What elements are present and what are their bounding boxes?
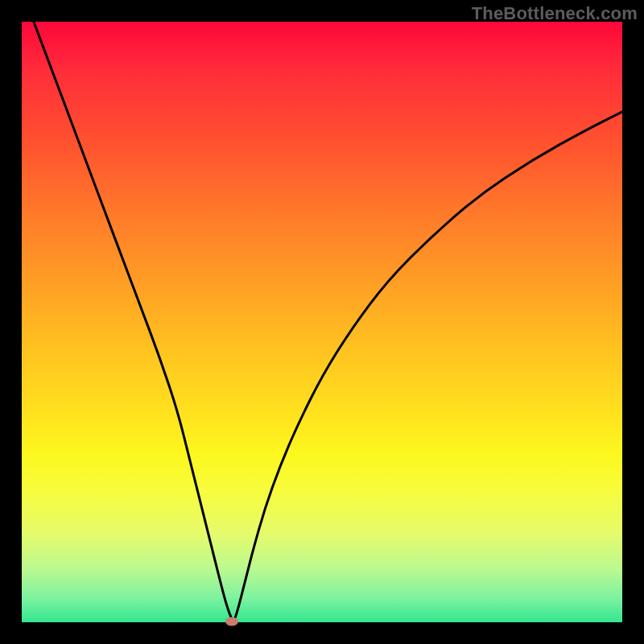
bottleneck-curve — [34, 22, 622, 621]
optimal-point-marker — [225, 617, 238, 625]
chart-frame: TheBottleneck.com — [0, 0, 644, 644]
plot-area — [22, 22, 622, 622]
curve-svg — [22, 22, 622, 622]
watermark-text: TheBottleneck.com — [472, 3, 638, 24]
